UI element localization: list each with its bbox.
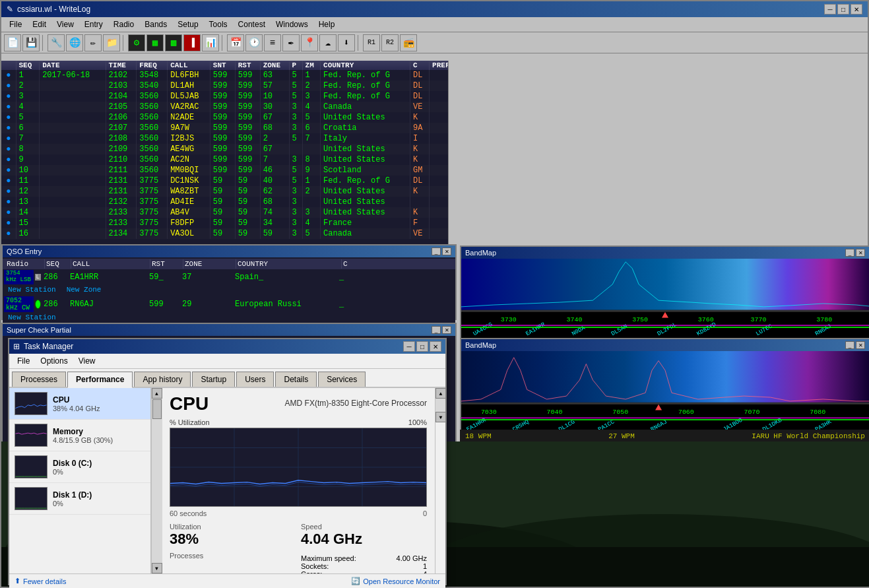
open-monitor-btn[interactable]: 🔄 Open Resource Monitor <box>351 577 440 585</box>
table-row[interactable]: ●1321323775AD4IE5959683United States <box>1 197 459 207</box>
menu-view[interactable]: View <box>51 18 79 30</box>
table-row[interactable]: ●1421333775AB4V59597433United StatesK <box>1 207 459 218</box>
table-row[interactable]: ●721083560I2BJS599599257ItalyI <box>1 133 459 144</box>
toolbar-new[interactable]: 📄 <box>4 34 21 51</box>
toolbar-save[interactable]: 💾 <box>22 34 40 51</box>
table-row[interactable]: ●1621343775VA3OL59595935CanadaVE <box>1 228 459 239</box>
table-cell: 7 <box>260 154 289 165</box>
qso-col-country: COUNTRY <box>236 259 342 269</box>
toolbar-pin[interactable]: 📍 <box>301 34 318 51</box>
table-row[interactable]: ●1221313775WA8ZBT59596232United StatesK <box>1 186 459 197</box>
tm-menu-view[interactable]: View <box>73 355 101 367</box>
toolbar-btn9[interactable]: 📻 <box>400 34 417 51</box>
log-scrollbar[interactable] <box>448 61 459 244</box>
table-row[interactable]: ●221033540DL1AH5995995752Fed. Rep. of GD… <box>1 81 459 91</box>
table-cell: AD4IE <box>168 197 210 207</box>
tm-sidebar-scroll[interactable]: ▲ ▼ <box>151 388 162 573</box>
table-row[interactable]: ●1021113560MM0BQI5995994659ScotlandGM <box>1 165 459 176</box>
scroll-down-btn[interactable]: ▼ <box>152 563 162 573</box>
toolbar-edit[interactable]: ✒ <box>282 34 300 51</box>
scroll-up-btn[interactable]: ▲ <box>152 388 162 399</box>
menu-setup[interactable]: Setup <box>172 18 203 30</box>
tab-app-history[interactable]: App history <box>134 372 191 387</box>
sidebar-item-disk0[interactable]: Disk 0 (C:) 0% <box>9 451 150 483</box>
toolbar-btn5[interactable]: ⚙ <box>128 34 145 51</box>
toolbar-list[interactable]: ≡ <box>264 34 281 51</box>
tm-menu-file[interactable]: File <box>12 355 35 367</box>
table-row[interactable]: ●421053560VA2RAC5995993034CanadaVE <box>1 102 459 112</box>
svg-text:7060: 7060 <box>678 408 694 416</box>
tm-main-scroll[interactable]: ▲ ▼ <box>435 388 445 573</box>
table-cell: 2017-06-18 <box>40 70 106 81</box>
toolbar-btn2[interactable]: 🌐 <box>66 34 83 51</box>
sidebar-item-memory[interactable]: Memory 4.8/15.9 GB (30%) <box>9 420 150 451</box>
sidebar-item-cpu[interactable]: CPU 38% 4.04 GHz <box>9 388 150 420</box>
tm-menu-options[interactable]: Options <box>35 355 73 367</box>
table-row[interactable]: ●521063560N2ADE5995996735United StatesK <box>1 112 459 123</box>
qso-entry-close[interactable]: ✕ <box>442 247 451 255</box>
toolbar-btn1[interactable]: 🔧 <box>48 34 65 51</box>
tm-minimize[interactable]: ─ <box>403 341 415 352</box>
scp-close[interactable]: ✕ <box>442 326 451 334</box>
menu-edit[interactable]: Edit <box>27 18 51 30</box>
main-scroll-up[interactable]: ▲ <box>435 388 446 399</box>
bandmap2-minimize[interactable]: _ <box>845 341 854 349</box>
toolbar-radio2[interactable]: R2 <box>381 34 399 51</box>
scroll-thumb[interactable] <box>152 399 162 419</box>
menu-entry[interactable]: Entry <box>79 18 108 30</box>
qso-entry-minimize[interactable]: _ <box>432 247 441 255</box>
table-cell: 599 <box>235 102 260 112</box>
toolbar-cloud[interactable]: ☁ <box>319 34 337 51</box>
menu-file[interactable]: File <box>4 18 27 30</box>
menu-radio[interactable]: Radio <box>108 18 139 30</box>
tm-maximize[interactable]: □ <box>416 341 428 352</box>
menu-windows[interactable]: Windows <box>271 18 313 30</box>
table-cell: 3775 <box>137 218 168 228</box>
svg-text:7050: 7050 <box>612 408 628 416</box>
bandmap1-close[interactable]: ✕ <box>856 249 865 257</box>
menu-contest[interactable]: Contest <box>233 18 271 30</box>
toolbar-down[interactable]: ⬇ <box>338 34 355 51</box>
sidebar-item-disk1[interactable]: Disk 1 (D:) 0% <box>9 483 150 515</box>
toolbar-clock[interactable]: 🕐 <box>245 34 263 51</box>
table-row[interactable]: ●6210735609A7W5995996836Croatia9A <box>1 123 459 133</box>
bandmap1-minimize[interactable]: _ <box>845 249 854 257</box>
toolbar-btn4[interactable]: 📁 <box>103 34 120 51</box>
table-cell: F8DFP <box>168 218 210 228</box>
tab-services[interactable]: Services <box>318 372 366 387</box>
table-cell: 9 <box>16 154 40 165</box>
table-cell: ● <box>1 176 16 186</box>
minimize-button[interactable]: ─ <box>824 4 836 15</box>
table-row[interactable]: ●1121313775DC1NSK59594051Fed. Rep. of GD… <box>1 176 459 186</box>
fewer-details-btn[interactable]: ⬆ Fewer details <box>15 577 66 585</box>
table-row[interactable]: ●321043560DL5JAB5995991053Fed. Rep. of G… <box>1 91 459 102</box>
menu-help[interactable]: Help <box>313 18 340 30</box>
table-cell: 2106 <box>106 112 137 123</box>
toolbar-radio1[interactable]: R1 <box>363 34 380 51</box>
tab-details[interactable]: Details <box>275 372 317 387</box>
toolbar-btn6[interactable]: ▦ <box>146 34 164 51</box>
table-cell: 2107 <box>106 123 137 133</box>
tab-users[interactable]: Users <box>236 372 274 387</box>
close-button[interactable]: ✕ <box>851 4 862 15</box>
bandmap2-close[interactable]: ✕ <box>856 341 865 349</box>
toolbar-chart[interactable]: 📊 <box>202 34 219 51</box>
tab-performance[interactable]: Performance <box>67 372 133 388</box>
table-row[interactable]: ●12017-06-1821023548DL6FBH5995996351Fed.… <box>1 70 459 81</box>
toolbar-btn7[interactable]: ▩ <box>165 34 182 51</box>
tm-close[interactable]: ✕ <box>430 341 441 352</box>
cpu-item-value: 38% 4.04 GHz <box>53 405 145 412</box>
table-row[interactable]: ●1521333775F8DFP59593434FranceF <box>1 218 459 228</box>
toolbar-btn8[interactable]: ▐ <box>183 34 201 51</box>
main-scroll-down[interactable]: ▼ <box>435 412 446 422</box>
menu-bands[interactable]: Bands <box>139 18 172 30</box>
table-row[interactable]: ●921103560AC2N599599738United StatesK <box>1 154 459 165</box>
table-row[interactable]: ●821093560AE4WG59959967United StatesK <box>1 144 459 154</box>
scp-minimize[interactable]: _ <box>432 326 441 334</box>
maximize-button[interactable]: □ <box>837 4 849 15</box>
toolbar-calendar[interactable]: 📅 <box>227 34 244 51</box>
menu-tools[interactable]: Tools <box>204 18 233 30</box>
tab-processes[interactable]: Processes <box>12 372 66 387</box>
tab-startup[interactable]: Startup <box>192 372 235 387</box>
toolbar-btn3[interactable]: ✏️ <box>84 34 102 51</box>
